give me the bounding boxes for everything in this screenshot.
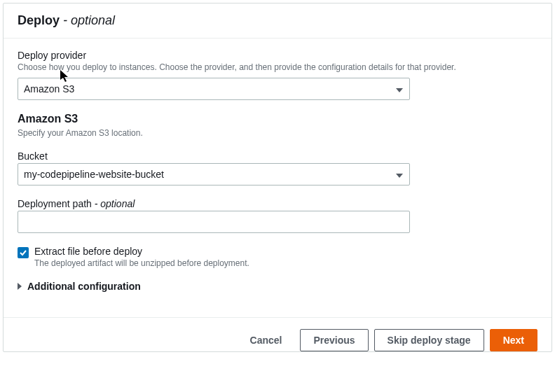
deployment-path-label-main: Deployment path — [18, 198, 92, 209]
extract-checkbox[interactable] — [18, 247, 29, 258]
extract-label-group: Extract file before deploy The deployed … — [34, 246, 249, 268]
panel-body: Deploy provider Choose how you deploy to… — [4, 38, 551, 309]
bucket-label: Bucket — [18, 150, 537, 162]
deploy-panel: Deploy - optional Deploy provider Choose… — [3, 3, 552, 352]
skip-deploy-stage-button[interactable]: Skip deploy stage — [374, 329, 484, 351]
deploy-provider-select[interactable]: Amazon S3 — [18, 78, 410, 100]
bucket-value: my-codepipeline-website-bucket — [24, 169, 164, 180]
additional-configuration-toggle[interactable]: Additional configuration — [18, 281, 537, 292]
deployment-path-label-optional: - optional — [92, 198, 135, 209]
deploy-provider-description: Choose how you deploy to instances. Choo… — [18, 62, 537, 72]
panel-header: Deploy - optional — [4, 4, 551, 38]
previous-button[interactable]: Previous — [300, 329, 368, 351]
additional-configuration-label: Additional configuration — [27, 281, 141, 292]
deploy-provider-label: Deploy provider — [18, 50, 537, 61]
s3-description: Specify your Amazon S3 location. — [18, 128, 537, 138]
panel-title: Deploy - optional — [18, 13, 537, 28]
panel-title-main: Deploy — [18, 13, 60, 27]
extract-label: Extract file before deploy — [34, 246, 249, 257]
panel-title-optional: - optional — [60, 13, 115, 27]
deployment-path-label: Deployment path - optional — [18, 198, 537, 209]
next-button[interactable]: Next — [490, 329, 537, 351]
extract-description: The deployed artifact will be unzipped b… — [34, 258, 249, 268]
chevron-right-icon — [18, 283, 22, 290]
cancel-button[interactable]: Cancel — [238, 329, 295, 351]
s3-heading: Amazon S3 — [18, 113, 537, 125]
deployment-path-input[interactable] — [18, 211, 410, 233]
bucket-select[interactable]: my-codepipeline-website-bucket — [18, 163, 410, 186]
deploy-provider-value: Amazon S3 — [24, 83, 74, 94]
button-bar: Cancel Previous Skip deploy stage Next — [4, 317, 551, 351]
